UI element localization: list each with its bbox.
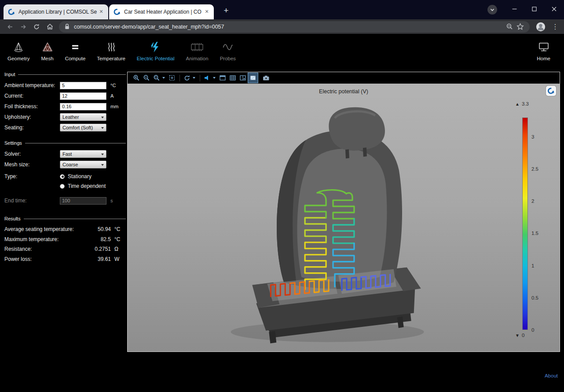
ribbon-home-button[interactable]: Home [531,34,556,67]
radio-stationary[interactable]: Stationary [60,172,92,181]
chevron-down-icon [101,127,104,129]
type-row-2: Time dependent [4,181,126,191]
result-value: 82.5 [83,236,111,242]
end-time-field[interactable]: 100 [60,197,106,205]
car-seat-3d-model [128,84,560,352]
solver-dropdown[interactable]: Fast [60,150,106,158]
bookmark-star-button[interactable] [515,22,525,32]
zoom-out-icon [143,74,150,81]
foil-thickness-field[interactable]: 0.16 [60,103,106,110]
comsol-logo-button[interactable] [546,86,556,96]
ribbon-temperature-button[interactable]: Temperature [91,34,131,67]
window-icon [219,74,226,81]
profile-avatar-button[interactable] [534,21,547,33]
legend-min: ▼ 0 [515,333,524,338]
compute-equals-icon [70,40,81,54]
star-icon [516,23,524,30]
ribbon-geometry-button[interactable]: Geometry [2,34,36,67]
window-minimize-button[interactable] [505,0,524,18]
window-maximize-button[interactable] [524,0,544,18]
ribbon-animation-button[interactable]: Animation [180,34,214,67]
mesh-size-dropdown[interactable]: Coarse [60,161,106,169]
default-view-dropdown-icon[interactable] [193,77,195,79]
lock-icon[interactable] [64,23,70,30]
zoom-box-dropdown-icon[interactable] [162,77,165,79]
radio-unselected-icon[interactable] [60,184,65,189]
camera-icon [262,74,270,81]
current-field[interactable]: 12 [60,92,106,100]
plot-window-button[interactable] [218,73,227,83]
legend-max: ▲ 3.3 [515,101,529,106]
ribbon-probes-button[interactable]: Probes [214,34,242,67]
forward-button[interactable] [17,21,30,33]
ribbon-electric-potential-button[interactable]: Electric Potential [131,34,180,67]
ribbon-compute-button[interactable]: Compute [59,34,92,67]
upholstery-row: Upholstery: Leather [4,112,126,122]
ambient-temperature-field[interactable]: 5 [60,82,106,89]
plot-canvas[interactable]: Electric potential (V) [128,84,560,352]
zoom-out-button[interactable] [142,73,151,83]
chevron-down-icon [101,164,104,166]
default-view-button[interactable] [182,73,192,83]
back-button[interactable] [4,21,17,33]
address-bar[interactable]: comsol.com/server-demo/app/car_seat_heat… [59,21,530,33]
comsol-logo-icon [547,87,555,95]
play-sound-dropdown-icon[interactable] [213,77,216,79]
tab-close-icon[interactable]: × [98,8,105,15]
maximize-icon [532,7,537,11]
scene-light-button[interactable] [248,73,258,83]
zoom-in-icon [133,74,140,81]
zoom-in-button[interactable] [132,73,141,83]
foil-thickness-row: Foil thickness: 0.16 mm [4,101,126,112]
chevron-down-icon [101,117,104,118]
about-link[interactable]: About [545,373,558,378]
reset-view-icon [183,74,190,81]
toolbar-separator [200,75,200,81]
legend-tick: 3 [531,134,534,140]
snapshot-button[interactable] [261,73,271,83]
ribbon-label: Electric Potential [137,56,175,61]
triangle-up-icon: ▲ [515,102,520,106]
legend-tick: 1.5 [531,230,538,236]
upholstery-dropdown[interactable]: Leather [60,113,106,121]
comsol-favicon [8,8,15,15]
split-view-button[interactable] [238,73,248,83]
browser-tab-application-library[interactable]: Application Library | COMSOL Se × [4,4,108,19]
url-text: comsol.com/server-demo/app/car_seat_heat… [74,24,504,30]
zoom-level-button[interactable] [504,22,515,32]
results-section-header: Results [4,215,126,223]
window-close-button[interactable] [544,0,564,18]
scene-light-icon [249,74,256,81]
zoom-magnifier-icon [506,23,513,30]
tab-title: Car Seat Heater Application | CO [124,9,203,15]
colorbar [522,117,528,330]
temperature-waves-icon [106,40,117,54]
ribbon-label: Home [537,56,550,61]
reload-button[interactable] [30,21,43,33]
new-tab-button[interactable]: + [221,6,231,16]
type-row: Type: Stationary [4,172,126,181]
home-button[interactable] [43,21,56,33]
app-ribbon: Geometry Mesh Compute Temperature [0,34,564,67]
zoom-box-button[interactable] [152,73,161,83]
browser-tab-car-seat-heater[interactable]: Car Seat Heater Application | CO × [109,4,214,19]
tab-close-icon[interactable]: × [203,8,210,15]
play-sound-button[interactable] [202,73,212,83]
home-icon [46,23,54,30]
radio-selected-icon[interactable] [60,174,65,179]
zoom-extents-button[interactable] [167,73,177,83]
close-icon [552,7,557,11]
seating-row: Seating: Comfort (Soft) [4,122,126,133]
chevron-down-icon [101,154,104,155]
browser-menu-button[interactable]: ⋮ [550,21,560,33]
browser-updates-button[interactable] [487,5,497,15]
browser-toolbar: comsol.com/server-demo/app/car_seat_heat… [0,19,564,34]
seating-dropdown[interactable]: Comfort (Soft) [60,124,106,132]
table-button[interactable] [228,73,238,83]
radio-time-dependent[interactable]: Time dependent [60,181,106,191]
mesh-size-row: Mesh size: Coarse [4,159,126,170]
ribbon-mesh-button[interactable]: Mesh [36,34,59,67]
electric-potential-lightning-icon [150,40,162,54]
window-controls [505,0,564,18]
legend-tick: 2.5 [531,166,538,172]
